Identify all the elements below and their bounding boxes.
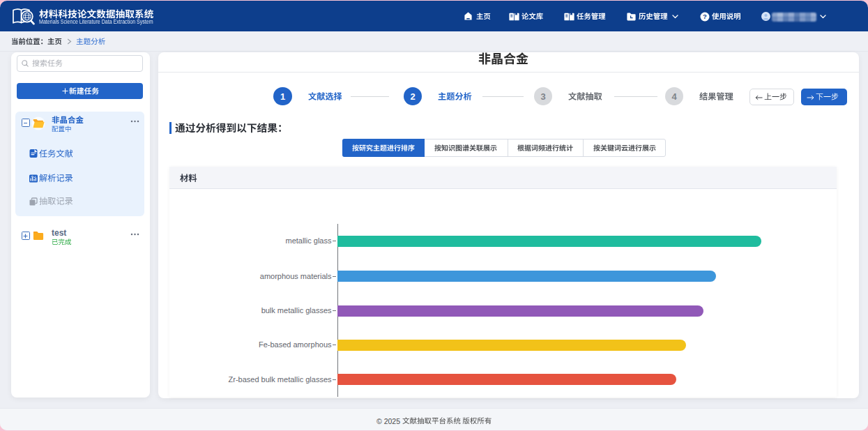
svg-text:?: ?: [703, 13, 707, 20]
